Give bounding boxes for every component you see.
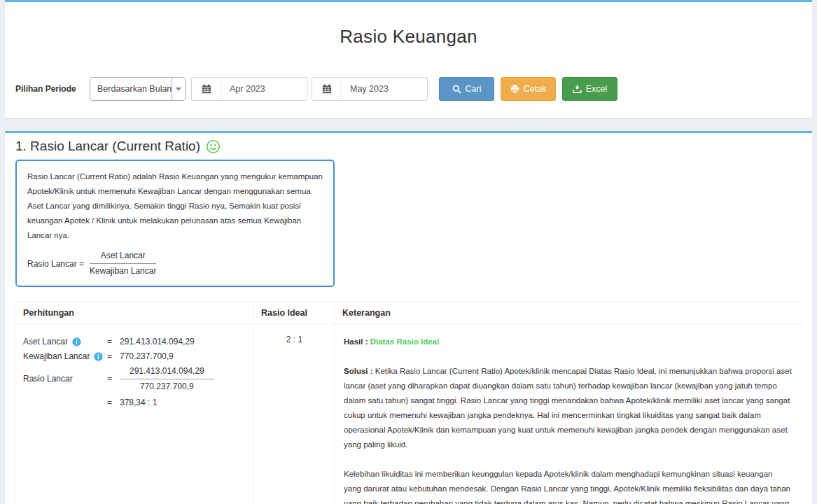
solusi-text: Ketika Rasio Lancar (Current Ratio) Apot… [344, 367, 792, 449]
formula-fraction: Aset Lancar Kewajiban Lancar [90, 250, 156, 277]
select-dropdown-toggle[interactable] [172, 78, 185, 100]
ratio-description-text: Rasio Lancar (Current Ratio) adalah Rasi… [27, 169, 323, 243]
ratio-section-card: 1. Rasio Lancar (Current Ratio) Rasio La… [5, 131, 812, 504]
analysis-paragraph: Kelebihan likuiditas ini memberikan keun… [344, 467, 792, 504]
cari-button[interactable]: Cari [439, 77, 494, 101]
solusi-paragraph: Solusi : Ketika Rasio Lancar (Current Ra… [344, 364, 792, 452]
cari-button-label: Cari [466, 84, 482, 94]
excel-button-label: Excel [586, 84, 608, 94]
cetak-button-label: Cetak [524, 84, 547, 94]
formula-numerator: Aset Lancar [90, 250, 156, 264]
hasil-line: Hasil : Diatas Rasio Ideal [344, 335, 792, 349]
search-icon [452, 85, 461, 94]
header-card: Rasio Keuangan Pilihan Periode Berdasark… [5, 0, 812, 118]
download-icon [573, 85, 582, 94]
section-title: 1. Rasio Lancar (Current Ratio) [15, 137, 200, 155]
ratio-formula: Rasio Lancar = Aset Lancar Kewajiban Lan… [27, 250, 323, 277]
hasil-status-value: Diatas Rasio Ideal [370, 337, 439, 346]
aset-lancar-value: 291.413.014.094,29 [120, 335, 195, 349]
table-header-row: Perhitungan Rasio Ideal Keterangan [16, 302, 802, 325]
equals-sign: = [107, 335, 120, 349]
analysis-intro-text: Kelebihan likuiditas ini memberikan keun… [344, 467, 792, 504]
kewajiban-lancar-label: Kewajiban Lancar [23, 349, 90, 364]
period-filter-label: Pilihan Periode [15, 84, 90, 94]
keterangan-cell: Hasil : Diatas Rasio Ideal Solusi : Keti… [335, 325, 802, 504]
rasio-result-row: = 378,34 : 1 [23, 396, 246, 410]
period-filter-bar: Pilihan Periode Berdasarkan Bulan [15, 77, 802, 101]
rasio-fraction-denominator: 770.237.700,9 [120, 379, 214, 393]
calculation-cell: Aset Lancar = 291.413.014.094,29 [16, 325, 254, 504]
cetak-button[interactable]: Cetak [501, 77, 556, 101]
period-type-select[interactable]: Berdasarkan Bulan [90, 77, 186, 101]
date-to-group [312, 77, 428, 101]
rasio-fraction-numerator: 291.413.014.094,29 [120, 365, 214, 379]
equals-sign: = [107, 349, 120, 364]
rasio-lancar-fraction-row: Rasio Lancar = 291.413.014.094,29 770.23… [23, 365, 246, 393]
col-header-perhitungan: Perhitungan [16, 302, 254, 325]
formula-denominator: Kewajiban Lancar [90, 264, 156, 277]
page-title: Rasio Keuangan [15, 25, 802, 48]
aset-lancar-label: Aset Lancar [23, 335, 68, 349]
smiley-face-icon [206, 139, 221, 154]
rasio-fraction: 291.413.014.094,29 770.237.700,9 [120, 365, 214, 393]
equals-sign: = [107, 396, 120, 410]
date-from-group [191, 77, 307, 101]
col-header-rasio-ideal: Rasio Ideal [254, 302, 335, 325]
date-to-input[interactable] [342, 78, 427, 100]
calendar-icon [192, 78, 221, 100]
info-circle-icon[interactable] [72, 337, 81, 346]
table-row: Aset Lancar = 291.413.014.094,29 [16, 325, 802, 504]
period-type-selected-value: Berdasarkan Bulan [90, 84, 172, 94]
rasio-result-value: 378,34 : 1 [120, 396, 157, 410]
info-circle-icon[interactable] [94, 352, 103, 361]
hasil-label: Hasil : [344, 337, 368, 346]
kewajiban-lancar-row: Kewajiban Lancar = 770.237.700,9 [23, 349, 246, 364]
formula-label: Rasio Lancar = [27, 259, 84, 269]
excel-button[interactable]: Excel [562, 77, 617, 101]
solusi-label: Solusi : [344, 367, 373, 375]
chevron-down-icon [176, 88, 181, 91]
calendar-icon [312, 78, 342, 100]
col-header-keterangan: Keterangan [335, 302, 802, 325]
rasio-ideal-cell: 2 : 1 [254, 325, 335, 504]
rasio-lancar-label: Rasio Lancar [23, 372, 73, 386]
ratio-description-box: Rasio Lancar (Current Ratio) adalah Rasi… [15, 160, 335, 287]
printer-icon [510, 85, 519, 94]
date-from-input[interactable] [221, 78, 307, 100]
ratio-table: Perhitungan Rasio Ideal Keterangan Aset … [15, 301, 802, 504]
section-title-row: 1. Rasio Lancar (Current Ratio) [15, 137, 802, 155]
equals-sign: = [107, 372, 120, 386]
kewajiban-lancar-value: 770.237.700,9 [120, 349, 174, 364]
aset-lancar-row: Aset Lancar = 291.413.014.094,29 [23, 335, 246, 349]
